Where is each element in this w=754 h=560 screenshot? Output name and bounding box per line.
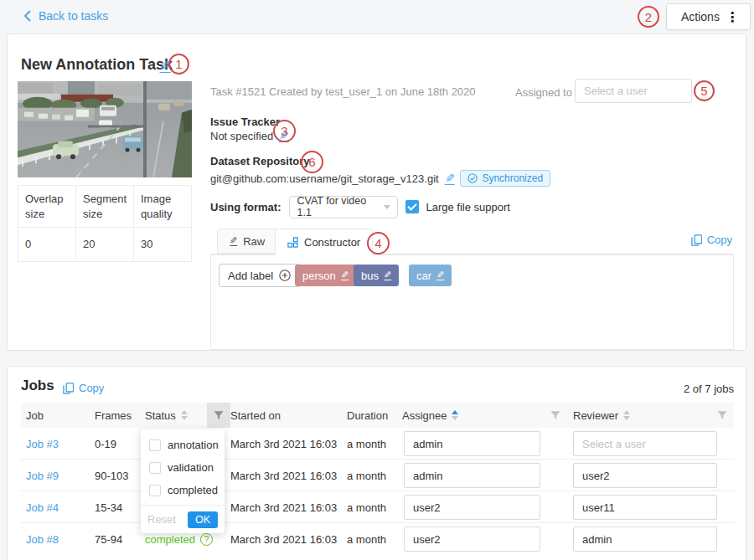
started-cell: March 3rd 2021 16:03 — [230, 460, 337, 491]
label-chip-bus[interactable]: bus ✎ — [354, 265, 399, 286]
back-to-tasks-link[interactable]: Back to tasks — [23, 9, 108, 23]
duration-cell: a month — [347, 460, 386, 491]
column-status[interactable]: Status — [145, 403, 188, 428]
column-started-on: Started on — [230, 403, 281, 428]
labels-tabs: ✎ Raw Constructor Copy — [210, 229, 734, 254]
column-job: Job — [26, 403, 44, 428]
assignee-input[interactable] — [404, 527, 540, 552]
task-meta: Task #1521 Created by test_user_1 on Jun… — [210, 85, 476, 98]
sort-icon[interactable] — [623, 410, 630, 420]
label-name: bus — [361, 270, 379, 282]
edit-label-icon[interactable]: ✎ — [341, 270, 349, 280]
export-format-row: Using format: CVAT for video 1.1 Large f… — [210, 195, 510, 218]
large-file-support-checkbox[interactable] — [405, 200, 419, 213]
params-value-row: 0 20 30 — [18, 228, 192, 262]
assignee-input[interactable] — [404, 431, 540, 456]
filter-option-validation[interactable]: validation — [141, 456, 225, 479]
cvat-task-page: Back to tasks Actions ⋮ New Annotation T… — [0, 0, 754, 560]
annotation-marker-1: 1 — [168, 54, 189, 74]
copy-jobs-link[interactable]: Copy — [63, 382, 744, 394]
column-assignee-label: Assignee — [402, 409, 447, 422]
reviewer-input[interactable] — [573, 527, 717, 552]
status-text: completed — [145, 533, 195, 546]
copy-labels-link[interactable]: Copy — [691, 234, 732, 246]
filter-option-label: annotation — [168, 439, 219, 451]
column-reviewer-label: Reviewer — [573, 409, 618, 422]
assignee-filter-icon[interactable] — [544, 403, 567, 428]
annotation-marker-5: 5 — [694, 80, 715, 101]
started-cell: March 3rd 2021 16:03 — [230, 491, 337, 523]
dataset-repository-value: git@github.com:username/git_storage_v123… — [210, 170, 550, 187]
frames-cell: 90-103 — [95, 460, 128, 491]
label-chip-car[interactable]: car ✎ — [409, 265, 452, 286]
job-link[interactable]: Job #9 — [26, 470, 59, 482]
edit-repository-icon[interactable]: ✎ — [445, 172, 455, 185]
task-assignee-select[interactable] — [575, 79, 692, 103]
frames-cell: 15-34 — [95, 491, 122, 523]
assignee-input[interactable] — [404, 495, 540, 520]
reviewer-filter-icon[interactable] — [710, 403, 734, 428]
param-value-quality: 30 — [134, 228, 192, 262]
label-chip-person[interactable]: person ✎ — [295, 265, 356, 286]
sort-icon[interactable] — [181, 410, 188, 420]
jobs-card: Jobs Copy 2 of 7 jobs Job Frames Status … — [7, 366, 746, 560]
frames-cell: 0-19 — [95, 428, 116, 460]
annotation-marker-2: 2 — [638, 6, 659, 28]
label-name: car — [416, 270, 431, 282]
job-link[interactable]: Job #4 — [26, 501, 59, 514]
filter-ok-button[interactable]: OK — [188, 511, 218, 528]
frames-cell: 75-94 — [95, 523, 122, 555]
tab-constructor[interactable]: Constructor — [275, 229, 373, 255]
assignee-input[interactable] — [404, 463, 540, 488]
checkbox-unchecked[interactable] — [149, 462, 161, 474]
check-circle-icon — [467, 173, 478, 183]
job-link[interactable]: Job #8 — [26, 533, 59, 546]
reviewer-input[interactable] — [573, 495, 717, 520]
filter-option-completed[interactable]: completed — [141, 479, 225, 501]
more-vertical-icon: ⋮ — [726, 9, 739, 25]
duration-cell: a month — [347, 491, 386, 523]
funnel-icon — [717, 410, 727, 420]
sync-status-badge: Synchronized — [460, 170, 550, 187]
annotation-marker-3: 3 — [273, 120, 296, 142]
build-blocks-icon — [287, 237, 298, 248]
jobs-count: 2 of 7 jobs — [684, 383, 734, 395]
checkbox-unchecked[interactable] — [149, 439, 161, 451]
filter-reset-button[interactable]: Reset — [147, 513, 176, 526]
started-cell: March 3rd 2021 16:03 — [230, 523, 337, 555]
params-header-row: Overlap size Segment size Image quality — [18, 186, 192, 228]
jobs-table-header: Job Frames Status Started on Duration As… — [21, 403, 734, 428]
large-file-support-label: Large file support — [426, 201, 510, 213]
edit-label-icon[interactable]: ✎ — [436, 270, 444, 280]
filter-option-annotation[interactable]: annotation — [141, 434, 225, 456]
repository-url: git@github.com:username/git_storage_v123… — [210, 172, 439, 185]
assigned-to-label: Assigned to — [515, 86, 572, 99]
annotation-marker-6: 6 — [301, 151, 323, 173]
edit-label-icon[interactable]: ✎ — [384, 270, 391, 280]
label-name: person — [302, 270, 336, 282]
filter-option-label: completed — [168, 484, 218, 496]
job-link[interactable]: Job #3 — [26, 438, 59, 450]
tab-raw[interactable]: ✎ Raw — [217, 229, 277, 254]
status-filter-icon[interactable] — [207, 403, 230, 428]
task-preview-image — [18, 81, 192, 177]
funnel-icon — [550, 410, 560, 420]
pencil-icon: ✎ — [230, 236, 237, 246]
reviewer-input[interactable] — [573, 463, 717, 488]
checkbox-unchecked[interactable] — [149, 485, 161, 496]
column-assignee[interactable]: Assignee — [402, 403, 458, 428]
duration-cell: a month — [347, 428, 386, 460]
sort-icon-active-asc[interactable] — [452, 410, 458, 420]
param-header-overlap: Overlap size — [18, 186, 76, 228]
column-reviewer[interactable]: Reviewer — [573, 403, 630, 428]
actions-button[interactable]: Actions ⋮ — [666, 3, 751, 30]
format-select[interactable]: CVAT for video 1.1 — [289, 196, 398, 218]
add-label-button[interactable]: Add label — [219, 264, 300, 287]
format-select-value: CVAT for video 1.1 — [297, 195, 384, 218]
back-link-label: Back to tasks — [39, 9, 108, 23]
issue-tracker-label: Issue Tracker — [210, 116, 280, 128]
issue-tracker-text: Not specified — [210, 130, 273, 142]
copy-jobs-label: Copy — [79, 382, 104, 394]
reviewer-input[interactable] — [573, 431, 717, 456]
param-header-quality: Image quality — [134, 186, 192, 228]
